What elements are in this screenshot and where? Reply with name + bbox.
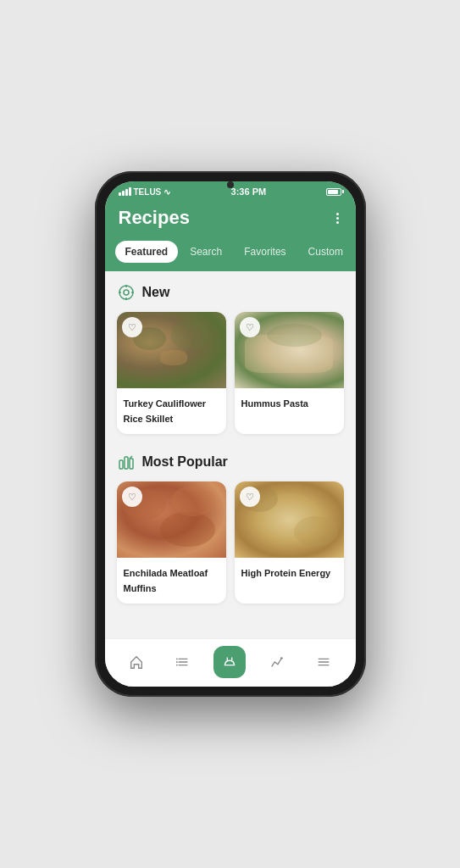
phone-screen: TELUS ∿ 3:36 PM Recipes Featured Search [105,181,356,687]
page-title: Recipes [119,207,190,229]
app-header: Recipes [105,200,356,241]
new-section: New ♡ [105,271,356,441]
recipe-name: Hummus Pasta [241,398,308,409]
recipe-info: Enchilada Meatloaf Muffins [117,558,226,604]
battery-fill [328,190,338,194]
tab-search[interactable]: Search [180,241,232,263]
battery-icon [326,188,341,196]
recipes-icon [222,654,237,670]
nav-home-button[interactable] [120,646,152,678]
phone-frame: TELUS ∿ 3:36 PM Recipes Featured Search [95,171,366,697]
nav-list-button[interactable] [167,646,199,678]
menu-icon [316,654,331,670]
recipe-image-container: ♡ [235,481,344,558]
recipe-info: Hummus Pasta [235,388,344,419]
recipe-image-container: ♡ [235,312,344,388]
tab-custom[interactable]: Custom [298,241,353,263]
favorite-button[interactable]: ♡ [122,487,142,507]
sparkle-icon [117,283,136,302]
popular-section-header: Most Popular [117,453,344,471]
new-section-header: New [117,283,344,302]
svg-point-14 [176,665,178,666]
dot-1 [336,213,339,215]
popular-section: Most Popular ♡ [105,441,356,610]
recipe-card[interactable]: ♡ Turkey Cauliflower Rice Skillet [117,312,226,434]
svg-rect-8 [130,459,133,469]
recipe-card[interactable]: ♡ Hummus Pasta [235,312,344,434]
popular-icon [117,453,136,471]
bottom-nav [105,638,356,687]
camera-notch [227,181,234,188]
recipe-info: Turkey Cauliflower Rice Skillet [117,388,226,434]
favorite-button[interactable]: ♡ [122,317,142,337]
dot-3 [336,221,339,224]
recipe-image-container: ♡ [117,481,226,558]
main-content: New ♡ [105,271,356,638]
nav-recipes-button[interactable] [213,646,246,678]
carrier-label: TELUS [134,187,162,197]
svg-rect-6 [119,460,123,469]
tab-bar: Featured Search Favorites Custom [105,241,356,271]
chart-icon [269,654,285,670]
favorite-button[interactable]: ♡ [240,487,260,507]
recipe-image-container: ♡ [117,312,226,388]
tab-favorites[interactable]: Favorites [234,241,296,263]
recipe-name: High Protein Energy [241,568,331,578]
new-section-title: New [142,285,170,300]
new-recipe-grid: ♡ Turkey Cauliflower Rice Skillet [117,312,344,434]
nav-menu-button[interactable] [308,646,340,678]
nav-chart-button[interactable] [261,646,293,678]
svg-point-0 [119,286,133,299]
signal-icon [119,187,131,196]
list-icon [175,654,191,670]
svg-rect-7 [125,457,128,469]
recipe-info: High Protein Energy [235,558,344,588]
more-options-button[interactable] [333,209,342,227]
recipe-card[interactable]: ♡ High Protein Energy [235,481,344,604]
svg-point-1 [124,290,129,295]
svg-point-18 [280,657,283,659]
dot-2 [336,217,339,220]
status-right [326,188,341,196]
home-icon [129,654,144,670]
popular-recipe-grid: ♡ Enchilada Meatloaf Muffins [117,481,344,604]
time-display: 3:36 PM [231,186,267,197]
recipe-name: Turkey Cauliflower Rice Skillet [124,398,207,424]
svg-point-13 [176,661,178,663]
favorite-button[interactable]: ♡ [240,317,260,337]
wifi-icon: ∿ [163,187,170,197]
recipe-name: Enchilada Meatloaf Muffins [124,568,208,593]
recipe-card[interactable]: ♡ Enchilada Meatloaf Muffins [117,481,226,604]
popular-section-title: Most Popular [142,454,228,470]
svg-point-12 [176,659,178,660]
status-left: TELUS ∿ [119,187,171,197]
tab-featured[interactable]: Featured [115,241,179,263]
